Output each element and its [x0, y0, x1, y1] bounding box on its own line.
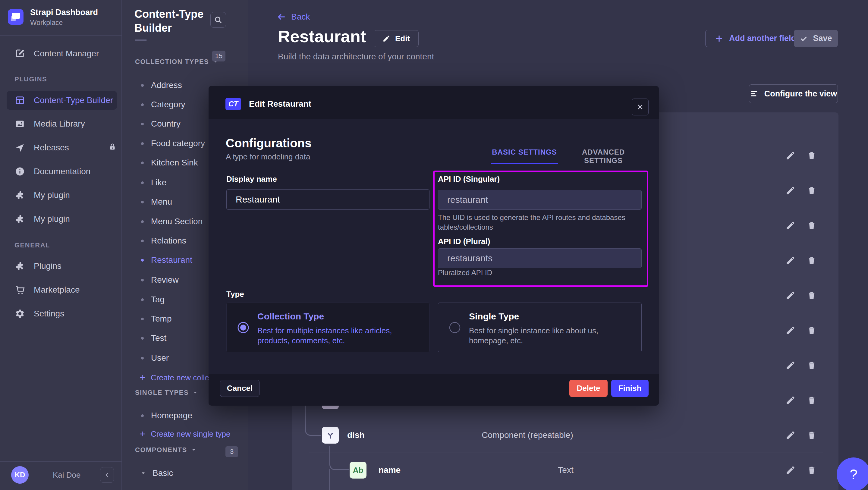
collection-item-label: Menu Section — [151, 217, 203, 226]
close-icon — [636, 103, 644, 111]
sidebar-item-label: Media Library — [34, 119, 85, 129]
finish-button[interactable]: Finish — [611, 380, 649, 397]
delete-field-icon[interactable] — [807, 150, 817, 161]
radio-unselected-icon[interactable] — [448, 321, 461, 334]
edit-field-icon[interactable] — [785, 150, 796, 161]
delete-field-icon[interactable] — [807, 395, 817, 405]
edit-field-icon[interactable] — [785, 325, 796, 335]
edit-field-icon[interactable] — [785, 290, 796, 301]
collection-item-label: Like — [151, 178, 166, 187]
sidebar-item-settings[interactable]: Settings — [0, 305, 122, 322]
sidebar-item-releases[interactable]: Releases — [0, 139, 122, 156]
bullet-icon — [141, 84, 144, 87]
configure-view-label: Configure the view — [764, 89, 837, 98]
delete-button[interactable]: Delete — [569, 380, 608, 397]
tab-advanced-settings[interactable]: ADVANCED SETTINGS — [567, 148, 640, 165]
collection-type-desc: Best for multiple instances like article… — [257, 326, 420, 346]
bullet-icon — [141, 357, 144, 360]
save-button[interactable]: Save — [794, 30, 838, 47]
edit-field-icon[interactable] — [785, 360, 796, 370]
sidebar-item-my-plugin-2[interactable]: My plugin — [0, 211, 122, 227]
component-group-basic[interactable]: Basic — [122, 466, 248, 480]
delete-field-icon[interactable] — [807, 220, 817, 231]
releases-icon — [14, 142, 25, 153]
check-icon — [800, 34, 808, 43]
strapi-logo[interactable] — [8, 9, 24, 25]
delete-field-icon[interactable] — [807, 360, 817, 370]
sidebar-item-content-manager[interactable]: Content Manager — [0, 45, 122, 62]
help-button[interactable]: ? — [837, 457, 868, 490]
sidebar-section-general: GENERAL — [14, 241, 50, 249]
edit-field-icon[interactable] — [785, 220, 796, 231]
single-item-homepage[interactable]: Homepage — [122, 409, 248, 422]
collection-type-card[interactable]: Collection Type Best for multiple instan… — [226, 303, 430, 352]
sidebar-item-content-type-builder[interactable]: Content-Type Builder — [0, 92, 122, 109]
collection-item-label: Category — [151, 100, 185, 110]
single-type-card[interactable]: Single Type Best for single instance lik… — [438, 303, 642, 352]
cancel-button[interactable]: Cancel — [220, 380, 259, 397]
avatar[interactable]: KD — [11, 466, 29, 484]
field-name: dish — [347, 430, 365, 440]
close-modal-button[interactable] — [632, 98, 649, 115]
edit-field-icon[interactable] — [785, 430, 796, 440]
edit-field-icon[interactable] — [785, 465, 796, 475]
delete-field-icon[interactable] — [807, 325, 817, 335]
modal-header: CT Edit Restaurant — [209, 86, 659, 119]
page-subtitle: Build the data architecture of your cont… — [278, 52, 434, 61]
bullet-icon — [141, 201, 144, 204]
delete-field-icon[interactable] — [807, 465, 817, 475]
search-icon — [214, 16, 223, 24]
delete-field-icon[interactable] — [807, 430, 817, 440]
edit-field-icon[interactable] — [785, 255, 796, 266]
app-title: Strapi Dashboard — [30, 8, 98, 17]
delete-field-icon[interactable] — [807, 185, 817, 195]
collection-item-label: Kitchen Sink — [151, 158, 198, 167]
sidebar-item-label: My plugin — [34, 214, 70, 224]
tab-basic-settings[interactable]: BASIC SETTINGS — [491, 148, 558, 156]
collection-count-badge: 15 — [212, 51, 225, 61]
radio-selected-icon[interactable] — [237, 321, 250, 334]
sidebar-item-label: Settings — [34, 309, 64, 318]
bullet-icon — [141, 123, 144, 125]
bullet-icon — [141, 298, 144, 301]
create-single-type-link[interactable]: Create new single type — [122, 427, 248, 440]
display-name-label: Display name — [226, 175, 277, 184]
delete-field-icon[interactable] — [807, 255, 817, 266]
sidebar-item-plugins[interactable]: Plugins — [0, 258, 122, 275]
builder-subnav-title: Content-Type Builder — [134, 7, 219, 35]
component-icon — [325, 430, 336, 440]
sidebar-item-media-library[interactable]: Media Library — [0, 115, 122, 132]
search-button[interactable] — [210, 12, 226, 28]
add-another-field-button[interactable]: Add another field — [705, 30, 805, 47]
configure-view-button[interactable]: Configure the view — [749, 84, 838, 103]
collection-types-header[interactable]: COLLECTION TYPES — [135, 57, 218, 66]
truncated-field-badge — [322, 406, 339, 409]
display-name-input[interactable] — [226, 189, 430, 210]
components-header[interactable]: COMPONENTS — [135, 446, 197, 454]
bullet-icon — [141, 103, 144, 106]
save-button-label: Save — [813, 34, 832, 43]
configurations-subheading: A type for modeling data — [226, 152, 310, 161]
edit-field-icon[interactable] — [785, 185, 796, 195]
collapse-sidebar-button[interactable] — [100, 467, 114, 483]
chevron-down-icon — [192, 390, 198, 396]
back-link[interactable]: Back — [277, 12, 310, 22]
delete-field-icon[interactable] — [807, 290, 817, 301]
collection-type-title: Collection Type — [257, 311, 420, 321]
info-icon — [14, 166, 25, 177]
components-count-badge: 3 — [225, 446, 238, 457]
single-types-header[interactable]: SINGLE TYPES — [135, 388, 198, 397]
field-type: Text — [512, 465, 620, 475]
main-sidebar: Strapi Dashboard Workplace Content Manag… — [0, 0, 122, 490]
sidebar-item-marketplace[interactable]: Marketplace — [0, 281, 122, 298]
sidebar-section-plugins: PLUGINS — [14, 75, 47, 83]
tree-connector — [330, 446, 349, 470]
bullet-icon — [141, 318, 144, 320]
sidebar-item-documentation[interactable]: Documentation — [0, 163, 122, 180]
component-field-badge — [322, 427, 339, 443]
back-label: Back — [291, 12, 310, 22]
edit-field-icon[interactable] — [785, 395, 796, 405]
edit-button[interactable]: Edit — [374, 30, 418, 47]
table-row-dish: dish Component (repeatable) — [292, 418, 838, 453]
sidebar-item-my-plugin-1[interactable]: My plugin — [0, 187, 122, 204]
